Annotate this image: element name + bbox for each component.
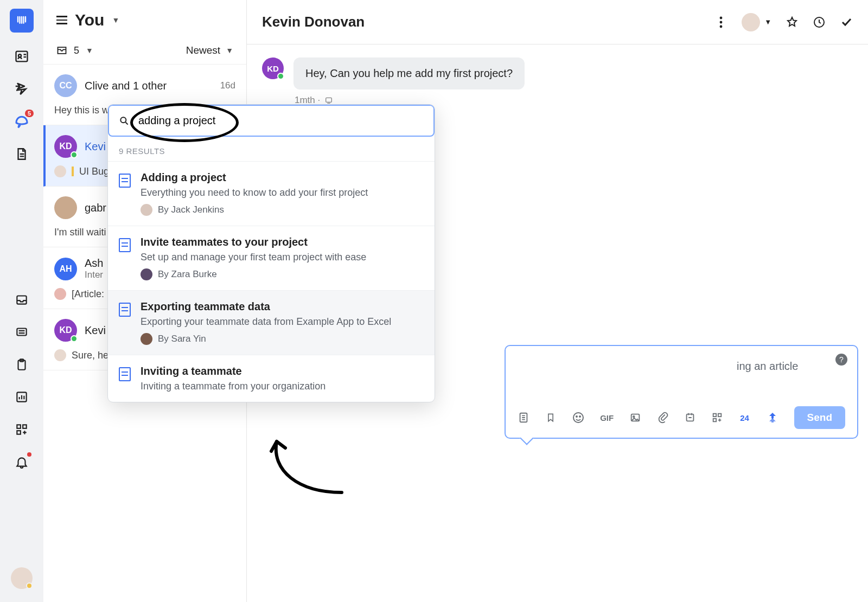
contacts-icon[interactable] (13, 48, 30, 65)
close-button[interactable] (840, 16, 853, 29)
search-result[interactable]: Inviting a teammate Inviting a teammate … (108, 355, 435, 402)
nav-rail: 5 (0, 0, 43, 602)
document-icon (119, 303, 131, 317)
inbox-icon[interactable]: 5 (13, 113, 30, 130)
articles-icon[interactable] (13, 145, 30, 163)
seen-icon (324, 96, 333, 105)
search-icon (119, 116, 130, 126)
assignee-selector[interactable]: ▼ (742, 13, 771, 31)
notifications-icon[interactable] (13, 453, 30, 471)
svg-point-18 (576, 416, 577, 417)
search-input[interactable] (138, 114, 424, 127)
app-logo[interactable] (10, 9, 34, 33)
chevron-down-icon[interactable]: ▼ (112, 16, 119, 24)
svg-point-19 (579, 416, 580, 417)
svg-point-21 (633, 416, 635, 418)
user-avatar[interactable] (11, 567, 33, 589)
inbox-badge: 5 (25, 110, 34, 117)
avatar: AH (54, 258, 77, 280)
emoji-button[interactable] (572, 411, 585, 425)
library-icon[interactable] (13, 323, 30, 341)
document-icon (119, 367, 131, 381)
chevron-down-icon[interactable]: ▼ (86, 46, 93, 55)
open-filter-icon[interactable] (56, 46, 67, 55)
assignee-avatar (54, 165, 66, 177)
sort-dropdown[interactable]: Newest ▼ (186, 44, 233, 56)
svg-rect-25 (713, 419, 717, 422)
jira-button[interactable] (766, 411, 779, 425)
send-button[interactable]: Send (794, 406, 845, 429)
snooze-button[interactable] (813, 16, 826, 29)
search-result[interactable]: Invite teammates to your project Set up … (108, 226, 435, 290)
svg-rect-23 (713, 414, 717, 417)
assignee-avatar (54, 349, 66, 361)
more-button[interactable] (714, 16, 727, 29)
composer-toolbar: GIF 24 Send (506, 400, 857, 438)
tray-icon[interactable] (13, 291, 30, 308)
svg-point-12 (720, 21, 723, 23)
search-field[interactable] (108, 105, 435, 137)
assignee-avatar (54, 288, 66, 300)
star-button[interactable] (786, 16, 799, 29)
results-count: 9 RESULTS (108, 137, 435, 161)
24sessions-button[interactable]: 24 (738, 411, 750, 425)
article-search-popover: 9 RESULTS Adding a project Everything yo… (107, 104, 435, 402)
reports-icon[interactable] (13, 388, 30, 406)
tag-indicator (72, 166, 74, 176)
composer-placeholder: xxxxxxxxxxxxxxxxxxxxxxxxxxxxxxxxxxxxxxxx… (506, 346, 857, 400)
search-result[interactable]: Adding a project Everything you need to … (108, 161, 435, 226)
image-button[interactable] (629, 411, 642, 425)
menu-button[interactable] (56, 16, 67, 24)
inbox-title: You (75, 11, 104, 29)
svg-rect-24 (718, 414, 722, 417)
document-icon (119, 174, 131, 188)
avatar: KD (54, 135, 77, 158)
svg-point-13 (720, 25, 723, 28)
attachment-button[interactable] (657, 411, 669, 425)
reply-composer[interactable]: ? xxxxxxxxxxxxxxxxxxxxxxxxxxxxxxxxxxxxxx… (505, 345, 858, 439)
svg-rect-10 (17, 431, 20, 434)
outbound-icon[interactable] (13, 80, 30, 98)
gif-button[interactable]: GIF (600, 411, 614, 425)
avatar: CC (54, 74, 77, 97)
bookmark-button[interactable] (545, 411, 557, 425)
search-result[interactable]: Exporting teammate data Exporting your t… (108, 290, 435, 355)
avatar: KD (262, 57, 284, 79)
insert-article-button[interactable] (518, 411, 529, 425)
svg-point-2 (18, 54, 21, 57)
clipboard-icon[interactable] (13, 356, 30, 373)
conversation-title: Kevin Donovan (262, 14, 365, 30)
svg-point-26 (120, 117, 126, 123)
svg-point-11 (720, 16, 723, 19)
svg-rect-15 (326, 98, 332, 102)
macro-button[interactable] (684, 411, 696, 425)
document-icon (119, 238, 131, 252)
avatar: KD (54, 319, 77, 342)
apps-button[interactable] (711, 411, 723, 425)
svg-rect-4 (17, 329, 26, 336)
svg-point-17 (573, 413, 583, 422)
help-button[interactable]: ? (835, 354, 847, 366)
svg-rect-9 (23, 425, 26, 428)
inbox-count: 5 (74, 45, 79, 56)
chevron-down-icon: ▼ (226, 46, 233, 55)
message-bubble: Hey, Can you help me add my first projec… (293, 57, 525, 89)
avatar (54, 196, 77, 219)
svg-rect-8 (17, 425, 20, 428)
apps-icon[interactable] (13, 421, 30, 438)
